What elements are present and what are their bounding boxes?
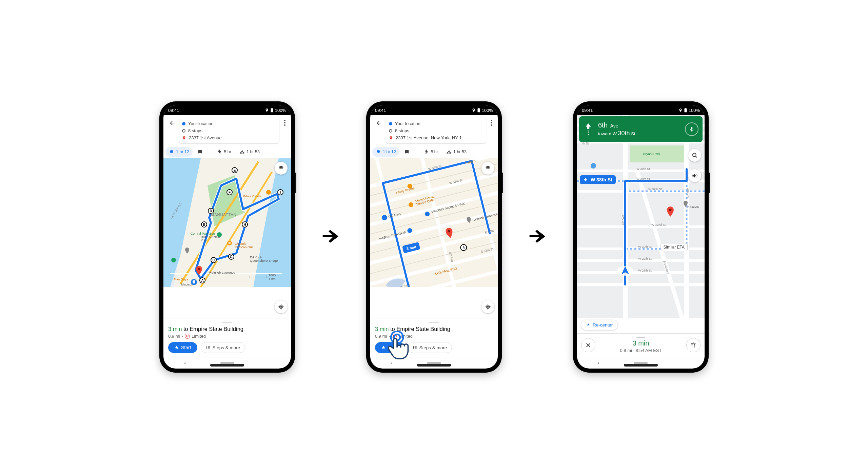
svg-point-172: [588, 131, 589, 132]
svg-point-47: [171, 258, 176, 262]
start-button[interactable]: Start: [375, 342, 404, 353]
status-time: 09:41: [168, 108, 179, 113]
svg-point-71: [391, 137, 392, 138]
mode-car-tab[interactable]: 1 hr 12: [165, 147, 193, 157]
sys-home[interactable]: [634, 359, 648, 367]
destination-label: 2337 1st Avenue, New York, NY 1…: [396, 135, 466, 140]
sys-home[interactable]: [427, 359, 441, 367]
svg-point-119: [487, 306, 488, 307]
start-button[interactable]: Start: [168, 342, 197, 353]
nav-eta: 3 min: [599, 339, 683, 347]
mode-transit-tab[interactable]: —: [194, 147, 212, 157]
svg-point-154: [591, 163, 596, 169]
direction-arrow-icon: [583, 122, 593, 136]
svg-text:Reinlieb Laurence: Reinlieb Laurence: [209, 271, 235, 274]
svg-text:H: H: [243, 223, 246, 226]
location-icon: [472, 108, 476, 112]
svg-text:B: B: [203, 223, 205, 226]
sys-back[interactable]: [178, 359, 192, 367]
svg-text:th St: th St: [583, 142, 589, 145]
nav-sub: 0.9 mi · 8:54 AM EST: [599, 348, 683, 353]
svg-point-65: [206, 348, 207, 349]
mode-transit-tab[interactable]: —: [401, 147, 419, 157]
sys-back[interactable]: [385, 359, 398, 367]
alt-routes-button[interactable]: [686, 338, 701, 352]
destination-pin-icon: [182, 136, 186, 140]
svg-text:Bryant Park: Bryant Park: [643, 152, 660, 156]
nav-bottom-bar[interactable]: 3 min 0.9 mi · 8:54 AM EST: [577, 333, 705, 357]
audio-button[interactable]: [688, 169, 701, 182]
svg-rect-128: [414, 347, 416, 348]
svg-rect-0: [271, 108, 273, 112]
mode-car-tab[interactable]: 1 hr 12: [372, 147, 399, 157]
steps-button[interactable]: Steps & more: [201, 342, 245, 353]
svg-text:W 38th St: W 38th St: [636, 177, 650, 181]
statusbar: 09:41 100%: [163, 105, 291, 115]
flow-arrow-1: [319, 224, 342, 250]
svg-text:G: G: [230, 255, 233, 259]
svg-text:W 30th St: W 30th St: [638, 245, 652, 249]
origin-label: Your location: [188, 121, 214, 126]
back-button[interactable]: [374, 118, 384, 129]
mode-bike-tab[interactable]: 1 hr 53: [443, 147, 470, 157]
search-button[interactable]: [688, 149, 701, 162]
mode-walk-tab[interactable]: 5 hr: [420, 147, 441, 157]
steps-button[interactable]: Steps & more: [408, 342, 452, 353]
svg-text:White Castle: White Castle: [243, 194, 261, 198]
svg-rect-129: [414, 349, 416, 349]
recenter-button[interactable]: Re-center: [581, 320, 617, 330]
svg-rect-127: [414, 346, 416, 347]
location-icon: [678, 108, 683, 112]
svg-text:Queensboro Bridge: Queensboro Bridge: [250, 259, 278, 262]
svg-rect-1: [271, 108, 273, 108]
svg-text:York: York: [201, 238, 207, 242]
back-button[interactable]: [167, 118, 178, 129]
svg-text:A: A: [201, 279, 203, 282]
next-turn-bubble: W 38th St: [580, 175, 616, 184]
svg-point-14: [198, 268, 200, 270]
layers-button[interactable]: [481, 162, 494, 175]
location-icon: [265, 108, 269, 112]
bottom-sheet[interactable]: 3 min to Empire State Building 0.9 mi · …: [370, 318, 498, 357]
svg-point-48: [266, 190, 271, 195]
svg-text:I: I: [280, 191, 281, 194]
alt-route-badge: Similar ETA: [660, 243, 688, 251]
overflow-menu[interactable]: [488, 118, 496, 126]
destinations-card[interactable]: Your location 8 stops 2337 1st Avenue, N…: [386, 118, 486, 144]
svg-point-126: [413, 348, 414, 349]
mode-bike-tab[interactable]: 1 hr 53: [236, 147, 263, 157]
locate-me-button[interactable]: [481, 300, 494, 313]
destinations-card[interactable]: Your location 8 stops 2337 1st Avenue: [179, 118, 279, 144]
svg-point-2: [184, 137, 185, 138]
svg-text:E: E: [234, 169, 236, 172]
map-area[interactable]: A W 38th St W 37th St E 34th E 33rd St W…: [370, 158, 498, 318]
svg-point-58: [280, 306, 281, 307]
sys-home[interactable]: [220, 359, 234, 367]
layers-button[interactable]: [275, 162, 288, 175]
svg-text:Five Guys: Five Guys: [174, 277, 188, 281]
svg-rect-138: [684, 115, 689, 318]
svg-text:D: D: [210, 209, 212, 213]
close-nav-button[interactable]: [581, 338, 595, 352]
svg-text:W 32nd St: W 32nd St: [651, 223, 666, 226]
overflow-menu[interactable]: [281, 118, 289, 126]
phone-2: 09:41 100% Your location 8 stops 2337 1s…: [366, 101, 502, 373]
svg-text:Central Park Zoo: Central Park Zoo: [191, 232, 215, 235]
nav-map[interactable]: Bryant Park: [577, 115, 705, 333]
svg-point-151: [669, 209, 672, 211]
locate-me-button[interactable]: [275, 300, 288, 313]
stops-label: 8 stops: [188, 128, 202, 133]
bottom-sheet[interactable]: 3 min to Empire State Building 0.9 mi · …: [163, 318, 291, 357]
mode-walk-tab[interactable]: 5 hr: [213, 147, 235, 157]
svg-rect-70: [478, 108, 479, 108]
battery-icon: [477, 108, 480, 113]
svg-rect-133: [685, 108, 686, 108]
svg-text:Mexican Grill: Mexican Grill: [235, 245, 253, 249]
svg-point-63: [206, 346, 207, 347]
sys-back[interactable]: [592, 359, 605, 367]
voice-button[interactable]: [685, 122, 698, 136]
svg-point-64: [206, 347, 207, 348]
phone-1: 09:41 100% Your location 8 stops 2337 1s…: [159, 101, 295, 373]
map-area[interactable]: A B C D E F G H I Chipotle Mexican Grill…: [163, 158, 291, 318]
travel-mode-tabs: 1 hr 12 — 5 hr 1 hr 53: [163, 146, 291, 158]
